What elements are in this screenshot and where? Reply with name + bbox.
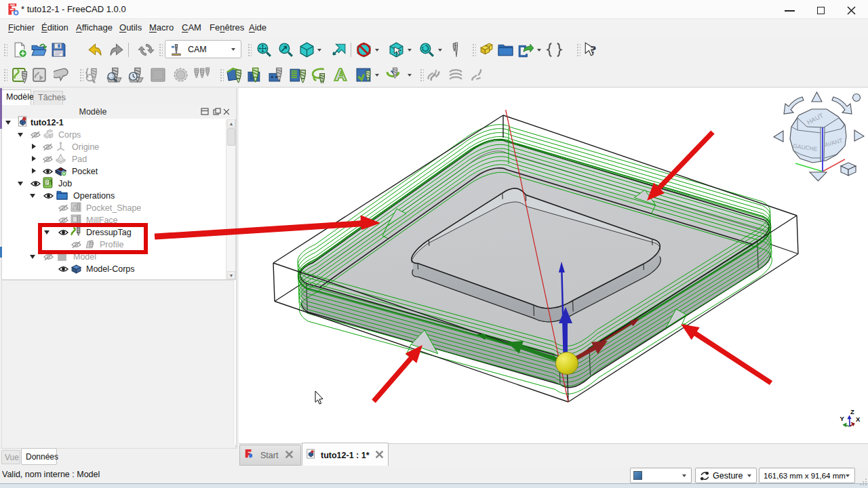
svg-text:Y: Y bbox=[840, 415, 845, 422]
svg-text:?: ? bbox=[591, 43, 597, 56]
svg-text:Z: Z bbox=[850, 408, 854, 415]
svg-text:X: X bbox=[856, 415, 861, 423]
